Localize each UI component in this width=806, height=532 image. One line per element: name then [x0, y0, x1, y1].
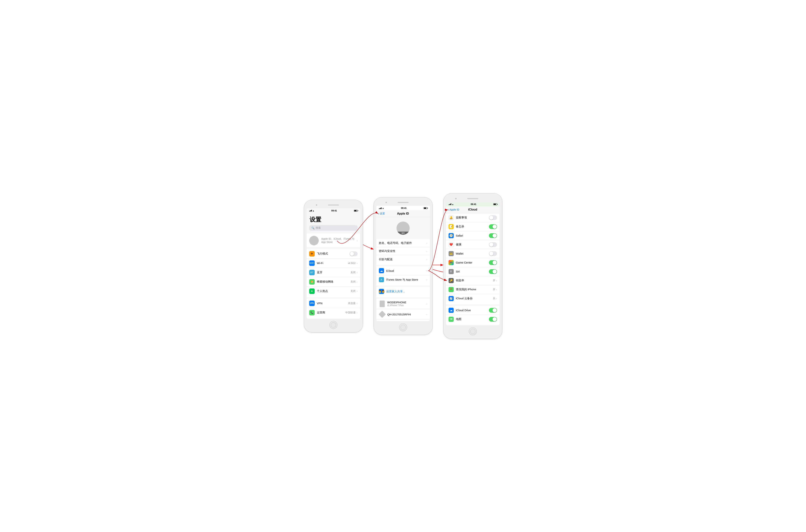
list-item-family[interactable]: 👨‍👩 设置家人共享... [376, 287, 430, 296]
wallet-toggle[interactable] [489, 251, 497, 256]
phone-2-speaker [398, 202, 408, 203]
device-1-label: WODEIPHONE [387, 301, 406, 304]
findmyphone-chevron: › [496, 288, 497, 291]
maps-toggle[interactable] [489, 317, 497, 322]
icloud-item-drive[interactable]: ☁ iCloud Drive [446, 306, 500, 315]
status-time-2: 09:41 [401, 207, 407, 209]
apple-id-avatar[interactable]: 编辑 [397, 222, 410, 235]
airplane-icon: ✈ [309, 251, 315, 256]
siri-label: Siri [456, 270, 489, 273]
icloud-item-backup[interactable]: 🔄 iCloud 云备份 关 › [446, 294, 500, 303]
safari-toggle[interactable] [489, 233, 497, 238]
cellular-icon: 📶 [309, 279, 315, 285]
airplane-toggle[interactable] [349, 251, 358, 256]
list-item-password[interactable]: 密码与安全性 › [376, 247, 430, 255]
status-time-1: 09:41 [331, 209, 337, 212]
payment-chevron: › [426, 258, 427, 261]
avatar-section: 编辑 [376, 217, 430, 238]
home-button-1[interactable] [329, 321, 338, 329]
search-bar[interactable]: 🔍 搜索 [309, 225, 358, 231]
siri-toggle[interactable] [489, 269, 497, 274]
list-item-vpn[interactable]: VPN VPN 未连接 › [307, 299, 360, 308]
phone-3-bottom [446, 327, 500, 336]
device-row-1[interactable]: WODEIPHONE 此 iPhone 7 Plus › [376, 299, 430, 309]
phone-2: ▲ 09:41 ‹ 设置 Apple ID [374, 197, 433, 335]
list-item-itunes[interactable]: A iTunes Store 与 App Store › [376, 275, 430, 284]
status-right-3 [493, 203, 497, 205]
health-icon: ❤️ [448, 242, 454, 247]
phone-2-bottom [376, 323, 430, 332]
battery-3 [493, 203, 497, 205]
maps-label: 地图 [456, 318, 489, 321]
list-item-airplane[interactable]: ✈ 飞行模式 [307, 249, 360, 259]
device-1-chevron: › [426, 302, 427, 305]
list-item-name[interactable]: 姓名、电话号码、电子邮件 › [376, 239, 430, 247]
account-avatar [309, 236, 319, 245]
icloud-item-keychain[interactable]: 🔑 钥匙串 开 › [446, 276, 500, 285]
reminders-toggle[interactable] [489, 215, 497, 220]
nav-back-3[interactable]: ‹ Apple ID [448, 208, 459, 211]
status-right-1 [354, 210, 358, 212]
home-button-2[interactable] [399, 323, 407, 331]
gamecenter-icon: 🎮 [448, 260, 454, 265]
back-chevron-3: ‹ [448, 208, 449, 211]
keychain-chevron: › [496, 279, 497, 282]
bluetooth-label: 蓝牙 [317, 271, 350, 274]
icloud-item-wallet[interactable]: 💳 Wallet [446, 249, 500, 258]
list-item-wifi[interactable]: WiFi Wi-Fi i4.5G2 › [307, 259, 360, 268]
settings-title: 设置 [307, 213, 360, 225]
nav-back-2[interactable]: ‹ 设置 [378, 212, 385, 215]
icloud-item-findmyphone[interactable]: 📍 查找我的 iPhone 开 › [446, 285, 500, 294]
list-item-cellular[interactable]: 📶 蜂窝移动网络 关闭 › [307, 277, 360, 287]
divider-3 [376, 238, 430, 239]
nav-back-label-2: 设置 [380, 212, 385, 215]
nav-title-2: Apple ID [397, 212, 409, 215]
wifi-icon: ▲ [312, 210, 314, 212]
device-row-2[interactable]: QH-20170515RFHI › [376, 309, 430, 320]
hotspot-icon: ⊕ [309, 288, 315, 294]
phone-speaker [328, 205, 339, 206]
drive-icon: ☁ [448, 308, 454, 313]
findmyphone-label: 查找我的 iPhone [456, 288, 493, 291]
icloud-item-maps[interactable]: 🗺 地图 [446, 315, 500, 324]
phone-1: ▲ 09:41 设置 🔍 搜索 [304, 200, 363, 332]
list-item-icloud[interactable]: ☁ iCloud › [376, 266, 430, 275]
gamecenter-toggle[interactable] [489, 260, 497, 265]
signal-2 [379, 207, 382, 209]
hotspot-chevron: › [357, 290, 358, 293]
home-button-inner-2 [401, 325, 406, 330]
icloud-item-safari[interactable]: 🧭 Safari [446, 231, 500, 240]
notes-toggle[interactable] [489, 224, 497, 229]
battery-2 [424, 207, 427, 209]
list-item-carrier[interactable]: 📞 运营商 中国联通 › [307, 308, 360, 317]
list-item-payment[interactable]: 付款与配送 › [376, 255, 430, 263]
divider-icloud [446, 304, 500, 306]
drive-toggle[interactable] [489, 308, 497, 313]
icloud-item-notes[interactable]: 📝 备忘录 [446, 222, 500, 231]
icloud-item-siri[interactable]: 🎙 Siri [446, 267, 500, 276]
payment-label: 付款与配送 [379, 258, 426, 261]
status-bar-2: ▲ 09:41 [376, 206, 430, 210]
siri-icon: 🎙 [448, 269, 454, 274]
hotspot-value: 关闭 [350, 289, 356, 293]
list-item-bluetooth[interactable]: BT 蓝牙 关闭 › [307, 268, 360, 277]
icloud-item-health[interactable]: ❤️ 健康 [446, 240, 500, 249]
icloud-item-gamecenter[interactable]: 🎮 Game Center [446, 258, 500, 267]
nav-bar-3: ‹ Apple ID iCloud [446, 206, 500, 213]
phone-1-screen: ▲ 09:41 设置 🔍 搜索 [307, 208, 360, 319]
icloud-label: iCloud [386, 269, 426, 272]
status-left-3: ▲ [448, 203, 454, 205]
list-item-hotspot[interactable]: ⊕ 个人热点 关闭 › [307, 287, 360, 296]
account-row[interactable]: Apple ID、iCloud、iTunes 与 App Store › [307, 234, 360, 248]
signal-icon [309, 210, 312, 211]
health-toggle[interactable] [489, 242, 497, 247]
carrier-label: 运营商 [317, 311, 345, 314]
battery-icon-1 [354, 210, 358, 212]
itunes-icon: A [379, 277, 384, 282]
icloud-item-reminders[interactable]: 🔔 提醒事项 [446, 213, 500, 222]
wifi-chevron: › [357, 262, 358, 265]
cellular-label: 蜂窝移动网络 [317, 280, 350, 284]
home-button-3[interactable] [469, 327, 477, 336]
drive-label: iCloud Drive [456, 309, 489, 312]
family-icon: 👨‍👩 [379, 289, 384, 294]
